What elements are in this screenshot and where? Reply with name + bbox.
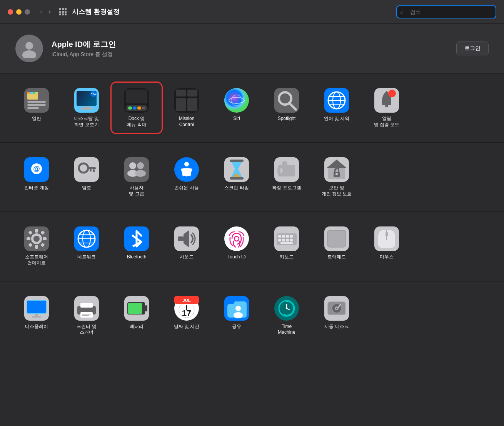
- svg-rect-118: [32, 316, 41, 318]
- siri-label: Siri: [233, 116, 240, 122]
- nav-arrows: ‹ ›: [38, 7, 53, 17]
- icon-item-software[interactable]: 소프트웨어 업데이트: [12, 221, 62, 271]
- section-1: 일반: [0, 73, 504, 143]
- icon-item-users[interactable]: 사용자 및 그룹: [112, 152, 162, 202]
- svg-point-43: [388, 90, 396, 97]
- back-arrow[interactable]: ‹: [38, 7, 45, 17]
- svg-point-144: [286, 308, 287, 309]
- profile-section: Apple ID에 로그인 iCloud, App Store 등 설정 로그인: [0, 24, 504, 73]
- mission-label: Mission Control: [179, 116, 195, 128]
- icon-item-keyboard[interactable]: 키보드: [262, 221, 312, 271]
- svg-rect-51: [90, 169, 92, 171]
- svg-point-137: [235, 306, 241, 311]
- svg-rect-78: [35, 245, 38, 249]
- dock-label: Dock 및 메뉴 막대: [127, 116, 146, 128]
- svg-rect-50: [93, 169, 95, 172]
- section-3: 소프트웨어 업데이트 네트워크: [0, 212, 504, 281]
- accessibility-icon: [174, 157, 199, 182]
- svg-rect-9: [27, 107, 39, 109]
- software-icon: [24, 226, 49, 251]
- icon-item-timemachine[interactable]: Time Machine: [262, 291, 312, 341]
- svg-rect-52: [124, 157, 149, 182]
- icon-item-spotlight[interactable]: Spotlight: [262, 83, 312, 133]
- svg-rect-77: [35, 229, 38, 233]
- icon-item-touchid[interactable]: Touch ID: [212, 221, 262, 271]
- icon-item-notifications[interactable]: 알림 및 집중 모드: [362, 83, 412, 133]
- svg-point-0: [25, 42, 33, 50]
- bluetooth-icon: [124, 226, 149, 251]
- svg-rect-100: [282, 235, 285, 238]
- svg-rect-14: [80, 108, 93, 110]
- icon-item-sharing[interactable]: 공유: [212, 291, 262, 341]
- svg-rect-122: [80, 312, 93, 318]
- desktop-label: 데스크탑 및 화면 보호기: [74, 116, 98, 128]
- icon-item-bluetooth[interactable]: Bluetooth: [112, 221, 162, 271]
- keyboard-icon: [274, 226, 299, 251]
- timemachine-icon: [274, 296, 299, 321]
- svg-rect-116: [27, 301, 46, 313]
- icon-item-internet[interactable]: @ 인터넷 계정: [12, 152, 62, 202]
- icon-item-network[interactable]: 네트워크: [62, 221, 112, 271]
- svg-rect-49: [87, 167, 96, 169]
- screentime-icon: [224, 157, 249, 182]
- icon-item-startup[interactable]: 시동 디스크: [312, 291, 362, 341]
- startup-icon: [324, 296, 349, 321]
- svg-rect-124: [82, 315, 89, 316]
- svg-point-53: [129, 162, 136, 169]
- search-input[interactable]: [396, 5, 496, 18]
- icon-item-extensions[interactable]: 확장 프로그램: [262, 152, 312, 202]
- icon-item-siri[interactable]: Siri: [212, 83, 262, 133]
- app-title: 시스템 환경설정: [72, 7, 120, 16]
- icon-item-trackpad[interactable]: 트랙패드: [312, 221, 362, 271]
- search-icon: ⌕: [400, 9, 403, 15]
- general-label: 일반: [32, 116, 41, 122]
- icon-item-password[interactable]: 암호: [62, 152, 112, 202]
- icon-item-screentime[interactable]: 스크린 타임: [212, 152, 262, 202]
- icon-item-mission[interactable]: Mission Control: [162, 83, 212, 133]
- svg-rect-13: [83, 106, 90, 108]
- svg-rect-21: [137, 106, 141, 110]
- icon-item-display[interactable]: 디스플레이: [12, 291, 62, 341]
- icon-item-desktop[interactable]: 데스크탑 및 화면 보호기: [62, 83, 112, 133]
- bluetooth-label: Bluetooth: [127, 254, 147, 260]
- icon-item-security[interactable]: 보안 및 개인 정보 보호: [312, 152, 362, 202]
- maximize-button[interactable]: [25, 9, 30, 15]
- icon-item-general[interactable]: 일반: [12, 83, 62, 133]
- spotlight-icon: [274, 88, 299, 113]
- svg-rect-101: [286, 235, 289, 238]
- section-2: @ 인터넷 계정 암호: [0, 143, 504, 212]
- notifications-label: 알림 및 집중 모드: [374, 116, 400, 128]
- internet-icon: @: [24, 157, 49, 182]
- svg-rect-20: [133, 106, 137, 110]
- grid-icon[interactable]: [59, 8, 67, 15]
- icon-item-datetime[interactable]: JUL 17 날짜 및 시간: [162, 291, 212, 341]
- icon-item-mouse[interactable]: 마우스: [362, 221, 412, 271]
- svg-text:JUL: JUL: [183, 298, 191, 303]
- minimize-button[interactable]: [16, 9, 22, 15]
- svg-rect-8: [27, 104, 46, 106]
- accessibility-label: 손쉬운 사용: [174, 185, 199, 191]
- security-label: 보안 및 개인 정보 보호: [322, 185, 352, 197]
- display-icon: [24, 296, 49, 321]
- password-icon: [74, 157, 99, 182]
- sound-label: 사운드: [180, 254, 194, 260]
- svg-point-76: [33, 236, 40, 242]
- svg-rect-99: [278, 235, 281, 238]
- icon-item-battery[interactable]: 배터리: [112, 291, 162, 341]
- icon-item-language[interactable]: 언어 및 지역: [312, 83, 362, 133]
- svg-rect-109: [327, 230, 346, 247]
- login-button[interactable]: 로그인: [456, 42, 489, 55]
- extensions-icon: [274, 157, 299, 182]
- forward-arrow[interactable]: ›: [46, 7, 53, 17]
- svg-point-150: [336, 308, 337, 309]
- icon-item-accessibility[interactable]: 손쉬운 사용: [162, 152, 212, 202]
- general-icon: [24, 88, 49, 113]
- close-button[interactable]: [8, 9, 13, 15]
- language-icon: [324, 88, 349, 113]
- svg-rect-107: [280, 242, 293, 244]
- icon-item-dock[interactable]: Dock 및 메뉴 막대: [112, 83, 162, 133]
- icon-item-sound[interactable]: 사운드: [162, 221, 212, 271]
- icon-grid-2: @ 인터넷 계정 암호: [12, 152, 492, 202]
- icon-item-printer[interactable]: 프린터 및 스캐너: [62, 291, 112, 341]
- svg-point-138: [234, 312, 243, 318]
